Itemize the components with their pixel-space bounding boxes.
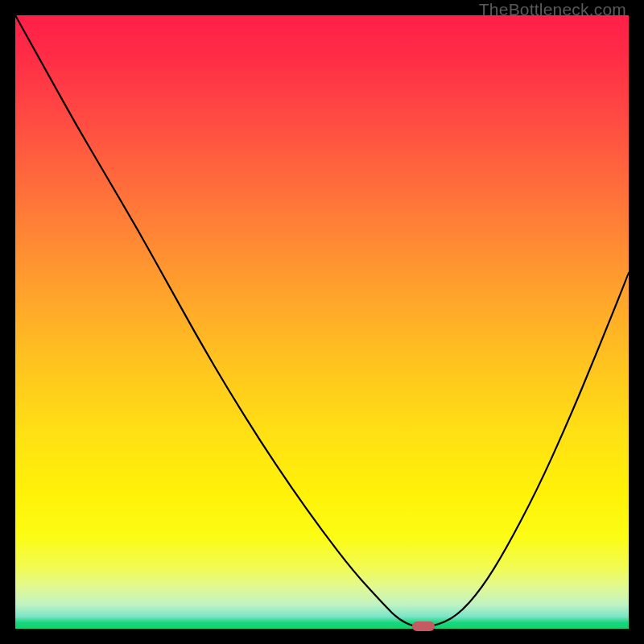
chart-frame: TheBottleneck.com bbox=[0, 0, 644, 644]
plot-area bbox=[15, 15, 629, 629]
watermark-text: TheBottleneck.com bbox=[479, 0, 626, 19]
optimal-marker bbox=[412, 621, 435, 631]
bottleneck-curve bbox=[15, 15, 629, 629]
